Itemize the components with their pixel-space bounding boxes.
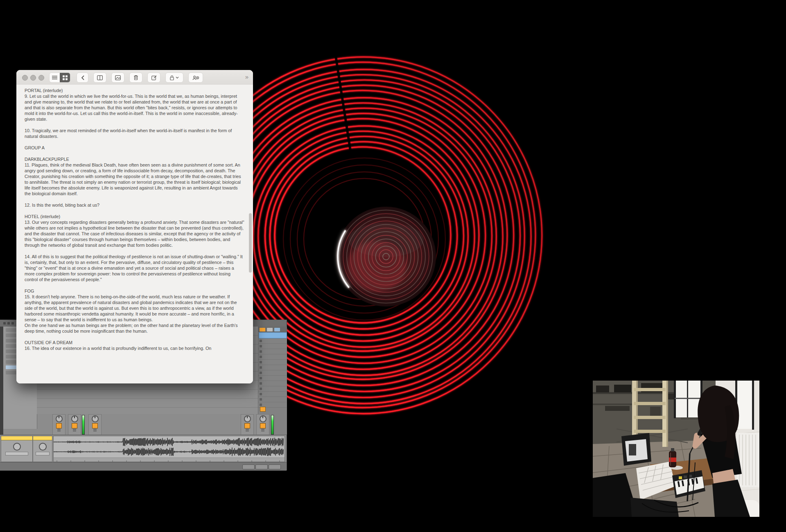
- close-button[interactable]: [22, 75, 28, 81]
- doc-heading: DARKBLACKPURPLE: [25, 156, 245, 162]
- clip-slot[interactable]: [258, 344, 287, 349]
- status-progress-box[interactable]: [255, 464, 268, 469]
- trash-icon: [133, 75, 138, 80]
- mixer-strip: [241, 414, 254, 435]
- clip-chip-gray[interactable]: [267, 328, 273, 331]
- clip-slot[interactable]: [258, 338, 287, 344]
- device-title-bar[interactable]: [1, 436, 32, 440]
- waveform-display[interactable]: [53, 436, 285, 462]
- status-progress-box[interactable]: [269, 464, 281, 469]
- track-activator-button[interactable]: [56, 423, 62, 428]
- clip-slot[interactable]: [258, 370, 287, 376]
- daw-window-button[interactable]: [11, 322, 14, 325]
- pan-knob[interactable]: [244, 415, 251, 422]
- collaborate-button[interactable]: [188, 72, 203, 83]
- mixer-strip: [52, 414, 66, 435]
- doc-heading: FOG: [25, 288, 245, 294]
- gallery-view-button[interactable]: [60, 73, 70, 82]
- doc-paragraph: 11. Plagues, think of the medieval Black…: [25, 162, 245, 196]
- list-view-button[interactable]: [50, 73, 60, 82]
- doc-paragraph: 15. It doesn't help anyone. There is no …: [25, 294, 245, 322]
- device-value-box[interactable]: [36, 452, 50, 455]
- compose-button[interactable]: [147, 72, 160, 83]
- back-icon: [81, 75, 84, 80]
- track-activator-button[interactable]: [260, 423, 266, 428]
- zoom-button[interactable]: [38, 75, 44, 81]
- gallery-view-icon: [63, 75, 68, 80]
- scrollbar-thumb[interactable]: [249, 213, 252, 273]
- back-button[interactable]: [77, 72, 88, 83]
- solo-arm-buttons[interactable]: [246, 429, 249, 431]
- lock-icon: [170, 75, 174, 80]
- daw-mixer: [37, 414, 258, 435]
- solo-arm-buttons[interactable]: [73, 429, 76, 431]
- daw-window-button[interactable]: [7, 322, 10, 325]
- clip-slot[interactable]: [258, 365, 287, 370]
- table-icon: [97, 75, 103, 80]
- pan-knob[interactable]: [260, 415, 267, 422]
- status-progress-box[interactable]: [242, 464, 255, 469]
- webcam-feed: [593, 381, 759, 517]
- daw-detail-view: [0, 435, 287, 462]
- overflow-chevrons[interactable]: »: [245, 73, 248, 80]
- device-knob[interactable]: [13, 443, 21, 451]
- device-panel[interactable]: [33, 436, 52, 462]
- clip-slot[interactable]: [258, 386, 287, 392]
- doc-paragraph: On the one hand we as human beings are t…: [25, 322, 245, 334]
- notes-window: » PORTAL (interlude) 9. Let us call the …: [16, 70, 253, 383]
- clip-slot[interactable]: [258, 360, 287, 365]
- doc-heading: PORTAL (interlude): [25, 88, 245, 93]
- media-button[interactable]: [111, 72, 124, 83]
- volume-meter: [82, 415, 85, 435]
- device-title-bar[interactable]: [33, 436, 52, 440]
- list-view-icon: [52, 75, 57, 80]
- doc-paragraph: 9. Let us call the world in which we liv…: [25, 93, 245, 122]
- clip-slot[interactable]: [258, 354, 287, 360]
- solo-arm-buttons[interactable]: [57, 429, 61, 431]
- track-activator-button[interactable]: [92, 423, 98, 428]
- doc-paragraph: 10. Tragically, we are most reminded of …: [25, 128, 245, 139]
- clip-slot[interactable]: [258, 381, 287, 386]
- pan-knob[interactable]: [92, 415, 99, 422]
- device-knob[interactable]: [39, 443, 47, 451]
- table-button[interactable]: [93, 72, 106, 83]
- solo-arm-buttons[interactable]: [261, 429, 264, 431]
- clip-slot[interactable]: [258, 349, 287, 354]
- daw-status-bar: [0, 462, 287, 471]
- collaborate-icon: [192, 75, 199, 80]
- beat-ruler[interactable]: [54, 458, 285, 462]
- doc-paragraph: 13. Our very concepts regarding disaster…: [25, 219, 245, 248]
- clip-slot[interactable]: [258, 392, 287, 397]
- pan-knob[interactable]: [56, 415, 63, 422]
- doc-heading: GROUP A: [25, 145, 245, 151]
- daw-track-header[interactable]: [258, 327, 287, 332]
- clip-chip-blue[interactable]: [274, 328, 280, 331]
- device-value-box[interactable]: [5, 452, 28, 455]
- mixer-strip: [256, 414, 269, 435]
- clip-blue[interactable]: [259, 332, 287, 338]
- minimize-button[interactable]: [30, 75, 36, 81]
- doc-heading: OUTSIDE OF A DREAM: [25, 340, 245, 345]
- pan-knob[interactable]: [71, 415, 78, 422]
- solo-arm-buttons[interactable]: [93, 429, 97, 431]
- lock-button[interactable]: [165, 72, 183, 83]
- clip-slot[interactable]: [258, 397, 287, 402]
- compose-icon: [151, 75, 157, 80]
- media-icon: [115, 75, 121, 80]
- track-activator-button[interactable]: [244, 423, 250, 428]
- inner-disc: [318, 189, 454, 325]
- mixer-strip: [88, 414, 102, 435]
- trash-button[interactable]: [129, 72, 142, 83]
- clip-slot[interactable]: [258, 376, 287, 381]
- notes-titlebar[interactable]: »: [16, 70, 253, 85]
- doc-paragraph: 12. Is this the world, biting back at us…: [25, 202, 245, 208]
- clip-chip-orange[interactable]: [260, 328, 265, 331]
- master-volume-meter: [271, 415, 274, 435]
- clip-orange[interactable]: [260, 407, 266, 412]
- track-activator-button[interactable]: [72, 423, 77, 428]
- device-panel[interactable]: [1, 436, 33, 462]
- stream-stage: » PORTAL (interlude) 9. Let us call the …: [0, 0, 786, 532]
- view-toggle: [49, 72, 70, 83]
- note-body[interactable]: PORTAL (interlude) 9. Let us call the wo…: [16, 85, 253, 383]
- daw-window-button[interactable]: [3, 322, 6, 325]
